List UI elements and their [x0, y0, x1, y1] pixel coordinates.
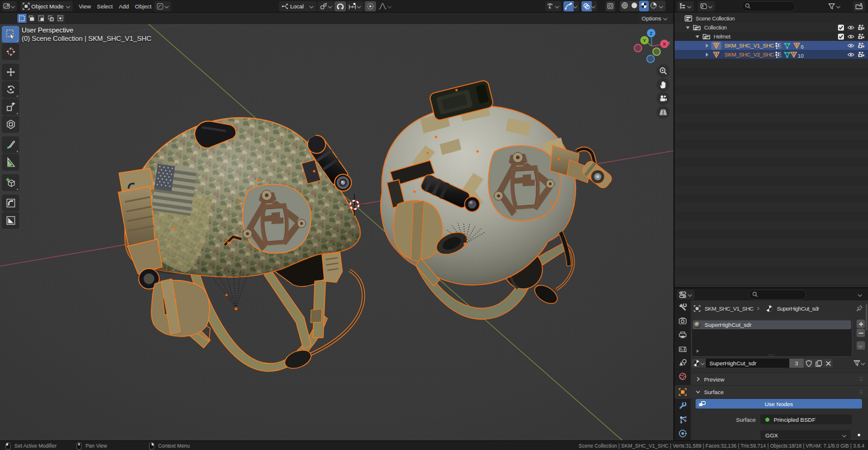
tool-fillet-corner[interactable] [2, 195, 19, 211]
outliner-row-object-v2[interactable]: SKM_SHC_V2_SHC [675, 50, 868, 59]
xray-toggle[interactable] [605, 1, 615, 11]
sidebar-collapse-icon[interactable]: ‹ [668, 38, 670, 47]
fake-user-button[interactable] [804, 359, 813, 368]
editor-type-button[interactable] [677, 290, 694, 300]
gizmo-axis-x-neg[interactable] [634, 44, 642, 52]
select-extend-button[interactable] [27, 14, 36, 23]
tool-move[interactable] [2, 64, 19, 81]
tool-rotate[interactable] [2, 81, 19, 98]
proportional-editing-toggle[interactable] [365, 1, 376, 11]
material-name-field[interactable]: SuperHighCut_sdr [706, 359, 789, 368]
panel-surface[interactable]: Surface ☰ [691, 385, 868, 398]
tool-scale[interactable] [2, 99, 19, 115]
select-intersect-button[interactable] [56, 14, 65, 23]
menu-object[interactable]: Object [133, 1, 153, 11]
shading-material-button[interactable] [639, 1, 649, 11]
add-material-slot-button[interactable] [857, 320, 865, 328]
editor-type-button[interactable] [2, 1, 17, 11]
scene-canvas[interactable] [0, 0, 673, 440]
show-object-types-dropdown[interactable] [545, 1, 561, 11]
material-slot-specials-button[interactable] [857, 341, 865, 350]
gizmo-axis-y-neg[interactable] [653, 48, 660, 55]
outliner-row-object-v1[interactable]: SKM_SHC_V1_SHC [675, 41, 868, 50]
tab-tool[interactable] [675, 300, 691, 314]
orientation-dropdown[interactable]: Local [279, 1, 317, 11]
material-users-count[interactable]: 3 [789, 359, 804, 368]
outliner-row-collection[interactable]: Collection [675, 23, 868, 32]
tool-select-box[interactable] [2, 26, 19, 43]
perspective-toggle-button[interactable] [657, 106, 670, 119]
tool-annotate[interactable] [2, 136, 19, 153]
outliner-row-helmet[interactable]: Helmet [675, 32, 868, 41]
pin-icon[interactable] [856, 305, 863, 312]
disclosure-triangle-icon[interactable] [705, 52, 709, 57]
outliner-row-scene-collection[interactable]: Scene Collection [675, 14, 868, 23]
hide-eye-icon[interactable] [847, 33, 855, 40]
tool-corner-fill[interactable] [2, 212, 19, 229]
tab-constraints[interactable] [675, 413, 691, 427]
new-collection-button[interactable] [853, 1, 865, 11]
exclude-checkbox[interactable] [837, 33, 845, 40]
overlays-dropdown[interactable] [592, 1, 597, 11]
disable-render-camera-icon[interactable] [857, 51, 865, 58]
chevron-down-icon[interactable] [858, 293, 863, 297]
properties-search-input[interactable] [748, 290, 806, 300]
select-subtract-button[interactable] [37, 14, 46, 23]
disclosure-triangle-icon[interactable] [695, 34, 700, 39]
shading-rendered-button[interactable] [649, 1, 658, 11]
snap-toggle[interactable] [335, 1, 346, 11]
disclosure-triangle-icon[interactable] [685, 25, 690, 30]
unlink-material-button[interactable] [824, 359, 833, 368]
editor-type-button[interactable] [677, 1, 694, 11]
browse-material-button[interactable] [691, 359, 706, 368]
tab-physics[interactable] [675, 427, 691, 440]
distribution-dropdown[interactable]: GGX [760, 430, 851, 440]
disable-render-camera-icon[interactable] [857, 42, 865, 49]
overlays-toggle[interactable] [581, 1, 592, 11]
hide-eye-icon[interactable] [847, 51, 855, 58]
use-nodes-button[interactable]: Use Nodes [696, 399, 862, 409]
options-dropdown[interactable]: Options [638, 13, 672, 23]
hide-eye-icon[interactable] [847, 24, 855, 31]
remove-material-slot-button[interactable] [857, 329, 865, 337]
tab-view-layer[interactable] [675, 342, 691, 356]
tab-object[interactable] [675, 385, 691, 399]
navigation-gizmo[interactable]: X Y Z [630, 26, 669, 65]
tool-add-cube[interactable] [2, 174, 19, 191]
disable-render-camera-icon[interactable] [857, 33, 865, 40]
menu-view[interactable]: View [77, 1, 93, 11]
list-resize-grip[interactable]: ⁝⁝⁝⁝ [768, 353, 775, 357]
list-expand-icon[interactable] [696, 348, 700, 354]
tool-cursor[interactable] [2, 43, 19, 60]
disclosure-triangle-icon[interactable] [705, 43, 709, 48]
display-mode-dropdown[interactable] [698, 1, 715, 11]
panel-preview[interactable]: Preview ☰ [691, 372, 868, 385]
breadcrumb-object[interactable]: SKM_SHC_V1_SHC [705, 305, 753, 312]
hide-eye-icon[interactable] [847, 42, 855, 49]
material-slot-item[interactable]: SuperHighCut_sdr [693, 320, 851, 329]
outliner-search-input[interactable] [741, 1, 795, 11]
tab-world[interactable] [675, 369, 691, 383]
properties-scrollbar[interactable] [866, 304, 867, 330]
zoom-button[interactable] [657, 64, 670, 78]
surface-shader-dropdown[interactable]: Principled BSDF [760, 415, 852, 424]
falloff-dropdown[interactable] [377, 1, 394, 11]
shading-wireframe-button[interactable] [620, 1, 630, 11]
mode-transfer-dropdown[interactable] [154, 1, 171, 11]
gizmos-toggle[interactable] [563, 1, 574, 11]
snap-with-dropdown[interactable] [347, 1, 363, 11]
animate-property-dot[interactable] [858, 434, 860, 436]
pan-button[interactable] [657, 78, 670, 91]
filter-dropdown[interactable] [826, 1, 843, 11]
link-material-dropdown[interactable] [853, 359, 866, 367]
tab-modifiers[interactable] [675, 399, 691, 413]
select-invert-button[interactable] [46, 14, 55, 23]
exclude-checkbox[interactable] [837, 24, 845, 31]
select-set-button[interactable] [17, 14, 26, 23]
tab-render[interactable] [675, 314, 691, 328]
tool-transform[interactable] [2, 116, 19, 133]
mode-dropdown[interactable]: Object Mode [20, 1, 73, 11]
shading-solid-button[interactable] [630, 1, 639, 11]
breadcrumb-material[interactable]: SuperHighCut_sdr [777, 305, 819, 312]
tab-output[interactable] [675, 328, 691, 342]
